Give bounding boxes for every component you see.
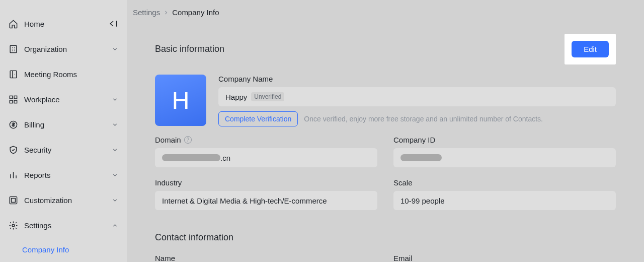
sidebar-item-label: Home [24,20,108,28]
chevron-down-icon [111,172,119,178]
meeting-rooms-icon [8,69,18,79]
contact-section-title: Contact information [155,232,616,243]
chevron-down-icon [111,46,119,52]
organization-icon [8,44,18,54]
svg-rect-7 [10,196,17,204]
company-avatar: H [155,75,206,126]
sidebar: Home Organization Meeting Rooms Wo [0,0,127,262]
chevron-right-icon [163,10,169,16]
sidebar-item-settings[interactable]: Settings [0,213,127,238]
edit-button[interactable]: Edit [572,41,609,57]
basic-section-title: Basic information [155,44,224,54]
svg-rect-0 [10,45,17,52]
breadcrumb-current: Company Info [172,8,219,17]
contact-email-label: Email [393,254,616,262]
industry-label: Industry [155,178,377,187]
svg-rect-1 [10,71,17,78]
chevron-up-icon [111,222,119,229]
gear-icon [8,220,18,230]
chevron-down-icon [111,197,119,204]
company-name-label: Company Name [218,75,616,83]
help-icon[interactable]: ? [184,136,192,144]
sidebar-item-customization[interactable]: Customization [0,187,127,213]
sidebar-subitem-company-info[interactable]: Company Info [0,238,127,261]
sidebar-item-label: Settings [24,221,111,230]
svg-rect-3 [14,96,17,99]
complete-verification-button[interactable]: Complete Verification [218,111,298,126]
sidebar-item-billing[interactable]: Billing [0,112,127,137]
sidebar-item-label: Organization [24,45,111,53]
domain-value: .cn [155,148,377,167]
sidebar-item-label: Customization [24,196,111,205]
sidebar-item-label: Meeting Rooms [24,70,119,79]
svg-rect-2 [10,96,13,99]
contact-name-label: Name [155,254,377,262]
company-name-text: Happy [225,93,247,101]
chevron-down-icon [111,96,119,103]
chevron-down-icon [111,147,119,153]
sidebar-item-label: Billing [24,120,111,129]
svg-point-9 [12,224,15,227]
redacted-company-id [400,154,442,161]
collapse-sidebar-icon[interactable] [108,19,119,28]
sidebar-item-meeting-rooms[interactable]: Meeting Rooms [0,61,127,87]
edit-highlight: Edit [565,34,616,64]
shield-icon [8,145,18,155]
workplace-icon [8,94,18,104]
sidebar-item-label: Workplace [24,95,111,104]
sidebar-item-security[interactable]: Security [0,137,127,162]
company-id-label: Company ID [393,136,616,144]
chevron-down-icon [111,121,119,128]
home-icon [8,19,18,29]
domain-suffix: .cn [220,154,230,162]
main: Settings Company Info Basic information … [127,0,644,262]
domain-label: Domain [155,136,181,144]
sidebar-item-label: Security [24,146,111,154]
sidebar-item-organization[interactable]: Organization [0,36,127,61]
sidebar-subitem-label: Company Info [22,245,69,254]
breadcrumb: Settings Company Info [127,0,644,25]
company-id-value [393,148,616,167]
sidebar-item-label: Reports [24,171,111,179]
industry-value: Internet & Digital Media & High-tech/E-c… [155,191,377,210]
svg-rect-5 [14,100,17,103]
verification-hint: Once verified, enjoy more free storage a… [304,115,543,123]
sidebar-item-home[interactable]: Home [0,11,127,36]
billing-icon [8,119,18,129]
reports-icon [8,170,18,180]
sidebar-item-reports[interactable]: Reports [0,162,127,187]
redacted-domain [162,154,220,161]
unverified-badge: Unverified [251,92,284,101]
svg-rect-8 [11,198,15,202]
scale-label: Scale [393,178,616,187]
company-name-value: Happy Unverified [218,87,616,106]
customization-icon [8,195,18,205]
breadcrumb-root[interactable]: Settings [133,8,160,17]
svg-rect-4 [10,100,13,103]
sidebar-item-workplace[interactable]: Workplace [0,87,127,112]
scale-value: 10-99 people [393,191,616,210]
